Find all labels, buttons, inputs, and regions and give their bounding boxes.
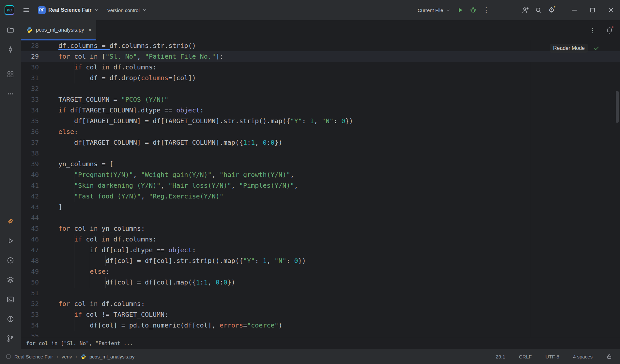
- problems-tool-button[interactable]: [4, 313, 17, 326]
- line-number[interactable]: 43: [21, 202, 58, 212]
- code-line[interactable]: 55: [21, 331, 620, 337]
- line-separator[interactable]: CRLF: [519, 354, 532, 359]
- code-line[interactable]: 45for col in yn_columns:: [21, 223, 620, 234]
- unlocked-padlock-icon[interactable]: [606, 354, 612, 359]
- code-line[interactable]: 35 df[TARGET_COLUMN] = df[TARGET_COLUMN]…: [21, 116, 620, 126]
- main-menu-button[interactable]: [20, 4, 33, 17]
- code-text[interactable]: df = df.drop(columns=[col]): [58, 73, 620, 83]
- version-control-tool-button[interactable]: [4, 332, 17, 345]
- line-number[interactable]: 28: [21, 40, 58, 51]
- line-number[interactable]: 40: [21, 169, 58, 180]
- line-number[interactable]: 46: [21, 234, 58, 245]
- breadcrumb-project[interactable]: Real Science Fair: [14, 354, 53, 359]
- bean-plugin-button[interactable]: [4, 215, 17, 228]
- tab-close-icon[interactable]: ✕: [88, 27, 92, 33]
- code-text[interactable]: else:: [58, 266, 620, 277]
- code-line[interactable]: 42 "Fast food (Y/N)", "Reg.Exercise(Y/N)…: [21, 191, 620, 202]
- line-number[interactable]: 50: [21, 277, 58, 288]
- code-line[interactable]: 54 df[col] = pd.to_numeric(df[col], erro…: [21, 320, 620, 331]
- code-line[interactable]: 52for col in df.columns:: [21, 298, 620, 309]
- line-number[interactable]: 29: [21, 51, 58, 62]
- code-text[interactable]: if col in df.columns:: [58, 234, 620, 245]
- line-number[interactable]: 47: [21, 245, 58, 255]
- code-text[interactable]: "Skin darkening (Y/N)", "Hair loss(Y/N)"…: [58, 180, 620, 191]
- code-line[interactable]: 36else:: [21, 126, 620, 137]
- commit-tool-button[interactable]: [4, 43, 17, 56]
- code-line[interactable]: 32: [21, 83, 620, 94]
- line-number[interactable]: 33: [21, 94, 58, 105]
- code-text[interactable]: [58, 212, 620, 223]
- code-text[interactable]: for col in df.columns:: [58, 298, 620, 309]
- code-line[interactable]: 38: [21, 148, 620, 159]
- more-actions-button[interactable]: ⋮: [480, 4, 493, 17]
- line-number[interactable]: 35: [21, 116, 58, 126]
- line-number[interactable]: 53: [21, 309, 58, 320]
- more-tool-windows-button[interactable]: [4, 87, 17, 100]
- vcs-widget[interactable]: Version control: [104, 6, 150, 15]
- line-number[interactable]: 45: [21, 223, 58, 234]
- code-line[interactable]: 30 if col in df.columns:: [21, 62, 620, 73]
- code-text[interactable]: df[TARGET_COLUMN] = df[TARGET_COLUMN].st…: [58, 116, 620, 126]
- code-text[interactable]: ]: [58, 202, 620, 212]
- file-encoding[interactable]: UTF-8: [545, 354, 559, 359]
- code-text[interactable]: [58, 148, 620, 159]
- line-number[interactable]: 51: [21, 288, 58, 298]
- services-tool-button[interactable]: [4, 254, 17, 267]
- line-number[interactable]: 30: [21, 62, 58, 73]
- terminal-tool-button[interactable]: [4, 293, 17, 306]
- editor-scrollbar[interactable]: [616, 91, 619, 123]
- reader-mode-toggle[interactable]: Reader Mode: [550, 44, 588, 53]
- indent-style[interactable]: 4 spaces: [573, 354, 593, 359]
- code-text[interactable]: [58, 331, 620, 337]
- code-line[interactable]: 29for col in ["Sl. No", "Patient File No…: [21, 51, 620, 62]
- tab-options-button[interactable]: ⋮: [586, 24, 599, 37]
- code-line[interactable]: 48 df[col] = df[col].str.strip().map({"Y…: [21, 255, 620, 266]
- line-number[interactable]: 31: [21, 73, 58, 83]
- code-context-bar[interactable]: for col in ["Sl. No", "Patient ...: [21, 337, 620, 349]
- code-line[interactable]: 28df.columns = df.columns.str.strip(): [21, 40, 620, 51]
- code-text[interactable]: [58, 288, 620, 298]
- line-number[interactable]: 42: [21, 191, 58, 202]
- code-text[interactable]: yn_columns = [: [58, 159, 620, 169]
- code-line[interactable]: 33TARGET_COLUMN = "PCOS (Y/N)": [21, 94, 620, 105]
- code-with-me-button[interactable]: [519, 4, 532, 17]
- code-line[interactable]: 44: [21, 212, 620, 223]
- line-number[interactable]: 54: [21, 320, 58, 331]
- code-line[interactable]: 53 if col != TARGET_COLUMN:: [21, 309, 620, 320]
- editor-tab[interactable]: pcos_ml_analysis.py ✕: [21, 20, 96, 40]
- breadcrumb-file[interactable]: pcos_ml_analysis.py: [89, 354, 134, 359]
- code-text[interactable]: df[col] = df[col].str.strip().map({"Y": …: [58, 255, 620, 266]
- code-text[interactable]: for col in ["Sl. No", "Patient File No."…: [58, 51, 620, 62]
- breadcrumb-venv[interactable]: venv: [62, 354, 72, 359]
- code-text[interactable]: if col != TARGET_COLUMN:: [58, 309, 620, 320]
- code-text[interactable]: if col in df.columns:: [58, 62, 620, 73]
- caret-position[interactable]: 29:1: [496, 354, 505, 359]
- project-tool-button[interactable]: [4, 23, 17, 36]
- code-line[interactable]: 34if df[TARGET_COLUMN].dtype == object:: [21, 105, 620, 116]
- line-number[interactable]: 49: [21, 266, 58, 277]
- project-widget[interactable]: RF Real Science Fair: [35, 4, 102, 16]
- settings-button[interactable]: ⚙: [545, 4, 558, 17]
- code-line[interactable]: 39yn_columns = [: [21, 159, 620, 169]
- code-line[interactable]: 43]: [21, 202, 620, 212]
- code-line[interactable]: 31 df = df.drop(columns=[col]): [21, 73, 620, 83]
- run-button[interactable]: [454, 4, 467, 17]
- minimize-button[interactable]: [565, 0, 583, 20]
- inspections-ok-check-icon[interactable]: [593, 45, 600, 51]
- code-line[interactable]: 51: [21, 288, 620, 298]
- notifications-button[interactable]: [603, 24, 616, 37]
- code-text[interactable]: "Pregnant(Y/N)", "Weight gain(Y/N)", "ha…: [58, 169, 620, 180]
- line-number[interactable]: 36: [21, 126, 58, 137]
- line-number[interactable]: 41: [21, 180, 58, 191]
- python-packages-tool-button[interactable]: [4, 273, 17, 286]
- line-number[interactable]: 44: [21, 212, 58, 223]
- code-line[interactable]: 46 if col in df.columns:: [21, 234, 620, 245]
- code-line[interactable]: 49 else:: [21, 266, 620, 277]
- line-number[interactable]: 48: [21, 255, 58, 266]
- code-text[interactable]: TARGET_COLUMN = "PCOS (Y/N)": [58, 94, 620, 105]
- code-text[interactable]: [58, 83, 620, 94]
- debug-button[interactable]: [467, 4, 480, 17]
- close-button[interactable]: [602, 0, 620, 20]
- code-text[interactable]: if df[TARGET_COLUMN].dtype == object:: [58, 105, 620, 116]
- code-line[interactable]: 41 "Skin darkening (Y/N)", "Hair loss(Y/…: [21, 180, 620, 191]
